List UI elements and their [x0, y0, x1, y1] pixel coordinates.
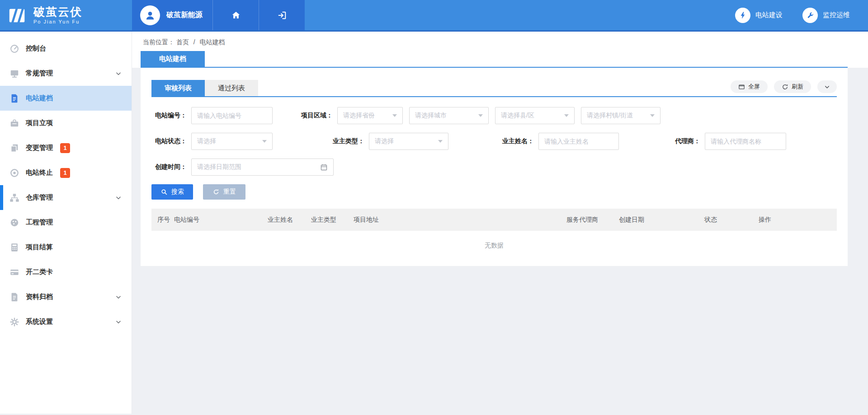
- sitemap-icon: [9, 192, 20, 203]
- date-range-input[interactable]: 请选择日期范围: [191, 159, 334, 176]
- user-info[interactable]: 破茧新能源: [132, 0, 212, 30]
- agent-label: 代理商：: [669, 137, 705, 145]
- sidebar-item-system-settings[interactable]: 系统设置: [0, 309, 132, 334]
- credit-card-icon: [9, 267, 20, 278]
- station-no-label: 电站编号：: [151, 112, 191, 120]
- app-header: 破茧云伏 Po Jian Yun Fu 破茧新能源: [0, 0, 868, 32]
- logo-subtitle: Po Jian Yun Fu: [33, 19, 82, 24]
- breadcrumb-separator: /: [193, 38, 195, 46]
- sidebar-item-change-management[interactable]: 变更管理 1: [0, 135, 132, 160]
- owner-name-input[interactable]: [538, 133, 619, 150]
- caret-down-icon: [650, 114, 655, 117]
- sidebar-item-label: 项目立项: [26, 119, 53, 127]
- sidebar-item-label: 常规管理: [26, 69, 53, 78]
- chevron-down-icon[interactable]: [115, 195, 122, 201]
- sidebar-item-station-termination[interactable]: 电站终止 1: [0, 160, 132, 185]
- chevron-down-icon[interactable]: [115, 319, 122, 325]
- chevron-down-icon[interactable]: [115, 70, 122, 77]
- user-name: 破茧新能源: [166, 10, 203, 20]
- lightning-icon: [735, 8, 750, 23]
- col-project-address: 项目地址: [354, 216, 566, 224]
- province-select[interactable]: 请选择省份: [337, 107, 403, 124]
- col-actions: 操作: [759, 216, 837, 224]
- sidebar-item-label: 资料归档: [26, 293, 53, 301]
- avatar: [140, 5, 160, 25]
- col-create-date: 创建日期: [619, 216, 704, 224]
- county-select[interactable]: 请选择县/区: [495, 107, 575, 124]
- sidebar-item-label: 系统设置: [26, 317, 53, 326]
- county-placeholder: 请选择县/区: [501, 112, 534, 120]
- tab-review-list[interactable]: 审核列表: [151, 80, 205, 96]
- briefcase-icon: [9, 118, 20, 129]
- sidebar-item-project-initiation[interactable]: 项目立项: [0, 111, 132, 135]
- breadcrumb-prefix: 当前位置：: [143, 38, 175, 46]
- refresh-button[interactable]: 刷新: [774, 80, 811, 93]
- refresh-icon: [782, 84, 788, 90]
- col-station-no: 电站编号: [174, 216, 268, 224]
- table-header: 序号 电站编号 业主姓名 业主类型 项目地址 服务代理商 创建日期 状态 操作: [151, 209, 837, 231]
- chevron-down-icon[interactable]: [115, 294, 122, 300]
- region-label: 项目区域：: [294, 112, 337, 120]
- col-service-agent: 服务代理商: [566, 216, 619, 224]
- sidebar-item-console[interactable]: 控制台: [0, 36, 132, 61]
- col-index: 序号: [157, 216, 174, 224]
- page-tab-station-archive[interactable]: 电站建档: [141, 51, 205, 67]
- city-placeholder: 请选择城市: [415, 112, 447, 120]
- col-status: 状态: [704, 216, 759, 224]
- sidebar-item-label: 电站建档: [26, 94, 53, 103]
- logout-button[interactable]: [259, 0, 305, 30]
- owner-type-label: 业主类型：: [326, 137, 369, 145]
- collapse-button[interactable]: [817, 80, 837, 93]
- app-logo: 破茧云伏 Po Jian Yun Fu: [0, 0, 132, 30]
- sidebar-item-general-management[interactable]: 常规管理: [0, 61, 132, 86]
- breadcrumb-home-link[interactable]: 首页: [176, 38, 189, 46]
- sidebar-item-station-archive[interactable]: 电站建档: [0, 86, 132, 111]
- search-button[interactable]: 搜索: [151, 184, 193, 200]
- caret-down-icon: [564, 114, 569, 117]
- town-placeholder: 请选择村镇/街道: [587, 112, 633, 120]
- nav-station-construction[interactable]: 电站建设: [735, 8, 783, 23]
- tabs-row: 审核列表 通过列表 全屏 刷新: [151, 68, 837, 97]
- copy-icon: [9, 143, 20, 154]
- breadcrumb-strip: 当前位置： 首页 / 电站建档 电站建档: [132, 32, 868, 68]
- date-range-placeholder: 请选择日期范围: [197, 163, 241, 171]
- card-toolbar: 全屏 刷新: [731, 80, 837, 93]
- tab-passed-list[interactable]: 通过列表: [205, 80, 258, 96]
- fullscreen-button[interactable]: 全屏: [731, 80, 768, 93]
- reset-button[interactable]: 重置: [203, 184, 245, 200]
- sidebar-item-data-archive[interactable]: 资料归档: [0, 284, 132, 309]
- calculator-icon: [9, 242, 20, 253]
- record-icon: [9, 168, 20, 178]
- document-icon: [9, 93, 20, 104]
- wrench-icon: [802, 8, 818, 23]
- user-icon: [144, 9, 156, 21]
- sidebar: 控制台 常规管理 电站建档: [0, 32, 132, 414]
- sidebar-item-open-type2-card[interactable]: 开二类卡: [0, 260, 132, 284]
- owner-type-placeholder: 请选择: [375, 137, 394, 145]
- calendar-icon: [320, 163, 328, 171]
- agent-input[interactable]: [705, 133, 786, 150]
- sidebar-item-label: 工程管理: [26, 218, 53, 227]
- filter-form: 电站编号： 项目区域： 请选择省份 请选择城市 请选择县/区: [151, 107, 837, 176]
- town-select[interactable]: 请选择村镇/街道: [581, 107, 660, 124]
- nav-label: 电站建设: [755, 11, 783, 19]
- sidebar-item-label: 开二类卡: [26, 268, 53, 276]
- owner-type-select[interactable]: 请选择: [369, 133, 448, 150]
- monitor-icon: [9, 68, 20, 79]
- caret-down-icon: [262, 140, 267, 143]
- sidebar-item-label: 项目结算: [26, 243, 53, 252]
- city-select[interactable]: 请选择城市: [409, 107, 489, 124]
- home-icon: [231, 10, 241, 20]
- breadcrumb-current: 电站建档: [200, 38, 225, 46]
- nav-monitor-operation[interactable]: 监控运维: [802, 8, 850, 23]
- main-content: 当前位置： 首页 / 电站建档 电站建档 审核列表 通过列表: [132, 32, 868, 414]
- station-status-select[interactable]: 请选择: [191, 133, 273, 150]
- caret-down-icon: [478, 114, 483, 117]
- sidebar-item-engineering-management[interactable]: 工程管理: [0, 210, 132, 235]
- home-button[interactable]: [212, 0, 259, 30]
- sidebar-item-label: 电站终止: [26, 168, 53, 177]
- page-tab-row: 电站建档: [141, 51, 848, 68]
- sidebar-item-warehouse-management[interactable]: 仓库管理: [0, 185, 132, 210]
- station-no-input[interactable]: [191, 107, 273, 124]
- sidebar-item-project-settlement[interactable]: 项目结算: [0, 235, 132, 260]
